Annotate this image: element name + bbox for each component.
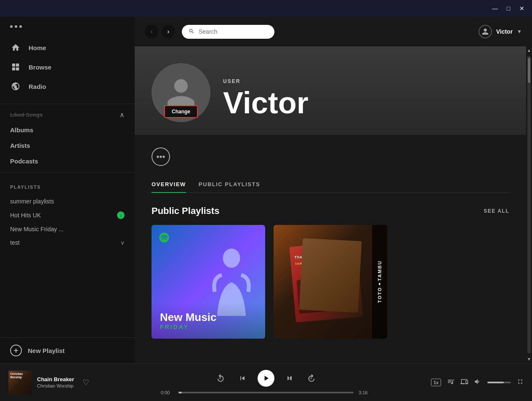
liked-songs-header[interactable]: Liked Songs ∧ <box>10 107 125 122</box>
right-scrollbar[interactable]: ▲ ▼ <box>526 46 532 363</box>
public-playlists-section: Public Playlists SEE ALL <box>152 206 509 217</box>
sidebar-item-podcasts[interactable]: Podcasts <box>0 153 135 169</box>
svg-rect-0 <box>12 64 15 67</box>
sidebar-spacer <box>0 249 135 337</box>
profile-type-label: USER <box>223 78 509 84</box>
rewind-15-button[interactable]: 15 <box>214 372 227 385</box>
player-right: 1x <box>431 378 524 387</box>
svg-text:15: 15 <box>219 377 221 379</box>
minimize-button[interactable]: — <box>488 3 502 14</box>
book-back <box>299 238 362 313</box>
card-text-overlay: New Music FRIDAY <box>152 303 265 339</box>
see-all-button[interactable]: SEE ALL <box>484 208 509 214</box>
new-playlist-label: New Playlist <box>28 347 65 354</box>
svg-rect-3 <box>16 67 19 70</box>
devices-icon[interactable] <box>460 378 468 387</box>
home-icon <box>10 42 21 53</box>
change-photo-button[interactable]: Change <box>164 105 198 118</box>
sidebar-item-artists[interactable]: Artists <box>0 138 135 153</box>
play-button[interactable] <box>258 370 274 387</box>
app-body: Home Browse <box>0 17 532 363</box>
profile-body: ••• OVERVIEW PUBLIC PLAYLISTS Public Pla… <box>135 135 526 351</box>
user-avatar-icon <box>479 25 492 38</box>
scroll-up-arrow[interactable]: ▲ <box>525 46 532 54</box>
svg-rect-1 <box>16 64 19 67</box>
download-badge: ↓ <box>117 211 125 219</box>
playlist-cards: New Music FRIDAY <box>152 225 509 339</box>
main-with-scroll: Change USER Victor ••• OVERVIEW PUBLIC P… <box>135 46 532 363</box>
close-button[interactable]: ✕ <box>515 3 529 14</box>
chevron-down-icon: ▼ <box>517 29 522 35</box>
more-options-button[interactable]: ••• <box>152 147 170 166</box>
playlist-item-hothits[interactable]: Hot Hits UK ↓ <box>0 208 135 222</box>
dots-menu[interactable] <box>10 25 125 28</box>
sidebar-divider-2 <box>0 172 135 173</box>
player-info: Chain Breaker Christian Worship <box>37 376 74 388</box>
sidebar-item-radio[interactable]: Radio <box>10 77 125 96</box>
user-profile[interactable]: Victor ▼ <box>479 25 522 38</box>
volume-icon[interactable] <box>474 378 481 387</box>
albums-label: Albums <box>10 126 33 134</box>
artists-label: Artists <box>10 142 30 149</box>
playlists-label: PLAYLISTS <box>10 179 41 193</box>
sidebar-divider-1 <box>0 104 135 104</box>
spotify-logo-icon <box>158 232 170 243</box>
skip-prev-button[interactable] <box>236 372 249 385</box>
volume-fill <box>487 382 504 383</box>
forward-button[interactable]: › <box>162 25 175 38</box>
tab-overview[interactable]: OVERVIEW <box>152 178 186 192</box>
album-art-text: ChristianWorship <box>10 372 23 380</box>
sidebar-item-browse-label: Browse <box>29 64 51 71</box>
playlist-item-newmusic[interactable]: New Music Friday ... <box>0 222 135 236</box>
tab-public-playlists[interactable]: PUBLIC PLAYLISTS <box>199 178 260 192</box>
liked-songs-label: Liked Songs <box>10 112 43 118</box>
scroll-down-arrow[interactable]: ▼ <box>525 355 532 363</box>
sidebar-item-browse[interactable]: Browse <box>10 57 125 77</box>
player-track: ChristianWorship Chain Breaker Christian… <box>8 371 101 394</box>
svg-rect-2 <box>12 67 15 70</box>
profile-info: USER Victor <box>223 78 509 122</box>
chevron-up-icon: ∧ <box>120 111 125 119</box>
sidebar-item-home[interactable]: Home <box>10 38 125 57</box>
browse-icon <box>10 61 21 72</box>
back-button[interactable]: ‹ <box>145 25 158 38</box>
player-track-name: Chain Breaker <box>37 376 74 382</box>
sidebar-item-albums[interactable]: Albums <box>0 122 135 138</box>
radio-icon <box>10 81 21 92</box>
search-icon <box>189 28 194 35</box>
speed-button[interactable]: 1x <box>431 379 441 386</box>
heart-button[interactable]: ♡ <box>82 378 89 387</box>
playlist-summer-label: summer playlists <box>10 198 54 205</box>
playlist-item-test[interactable]: test ∨ <box>0 236 135 249</box>
playlist-test-label: test <box>10 239 20 246</box>
main-inner: Change USER Victor ••• OVERVIEW PUBLIC P… <box>135 46 526 363</box>
playlist-card-newmusic[interactable]: New Music FRIDAY <box>152 225 265 339</box>
playlist-card-tambu[interactable]: The Never Be A Lie TAMBU by TOTO <box>274 225 387 339</box>
search-bar[interactable] <box>182 25 274 39</box>
search-input[interactable] <box>199 28 268 35</box>
public-playlists-title: Public Playlists <box>152 206 219 217</box>
scroll-thumb[interactable] <box>528 58 530 83</box>
title-bar: — □ ✕ <box>0 0 532 17</box>
new-playlist-button[interactable]: + New Playlist <box>0 337 135 363</box>
scroll-track[interactable] <box>527 56 531 353</box>
forward-15-button[interactable]: 15 <box>305 372 318 385</box>
player-artist-name: Christian Worship <box>37 383 74 388</box>
player-controls: 15 <box>109 370 423 395</box>
skip-next-button[interactable] <box>283 372 296 385</box>
volume-slider[interactable] <box>487 382 511 383</box>
podcasts-label: Podcasts <box>10 158 38 165</box>
player: ChristianWorship Chain Breaker Christian… <box>0 363 532 401</box>
sidebar-top: Home Browse <box>0 17 135 100</box>
top-bar: ‹ › Victor ▼ <box>135 17 532 46</box>
sidebar-item-home-label: Home <box>29 44 46 51</box>
progress-bar[interactable] <box>178 392 354 393</box>
expand-button[interactable] <box>517 378 524 386</box>
profile-name: Victor <box>223 88 509 118</box>
maximize-button[interactable]: □ <box>502 3 515 14</box>
dot3 <box>19 25 22 28</box>
queue-icon[interactable] <box>447 378 455 387</box>
playlist-item-summer[interactable]: summer playlists <box>0 195 135 208</box>
playlists-header: PLAYLISTS <box>0 176 135 195</box>
profile-avatar-wrap: Change <box>152 63 210 122</box>
